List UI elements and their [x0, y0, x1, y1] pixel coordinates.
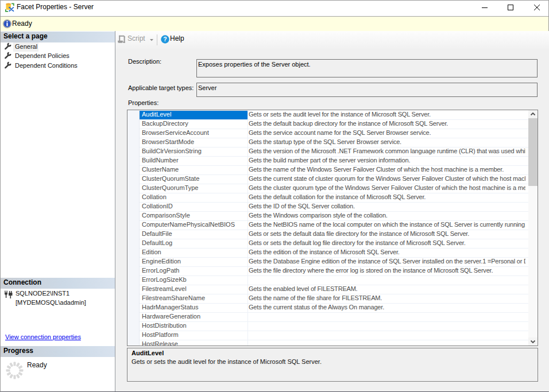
- svg-text:?: ?: [163, 36, 167, 42]
